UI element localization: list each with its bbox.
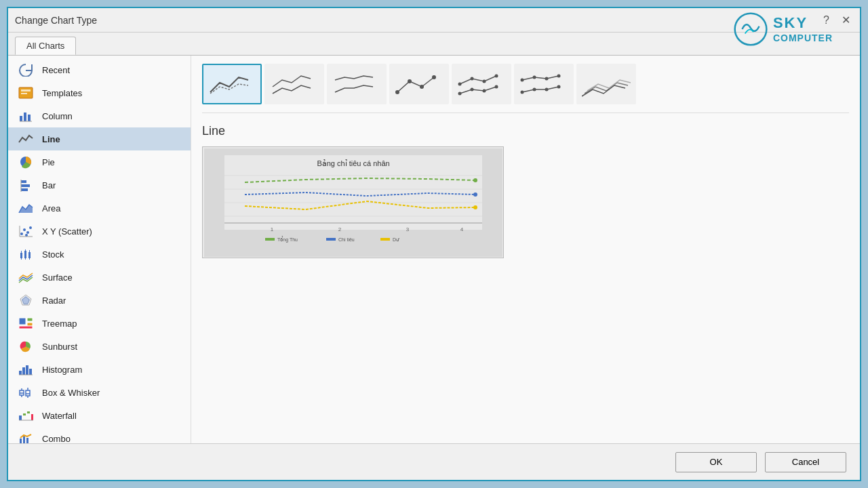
svg-rect-93 xyxy=(326,238,336,241)
sidebar-item-area[interactable]: Area xyxy=(8,197,191,220)
svg-rect-51 xyxy=(31,414,33,420)
svg-rect-31 xyxy=(27,318,33,321)
bar-icon xyxy=(18,178,34,192)
svg-point-71 xyxy=(557,85,561,89)
chart-thumb-100-stacked-line-markers[interactable] xyxy=(514,64,574,104)
sidebar-item-sunburst[interactable]: Sunburst xyxy=(8,335,191,358)
surface-icon xyxy=(18,270,34,284)
sunburst-icon xyxy=(18,340,34,353)
svg-point-59 xyxy=(432,75,436,79)
column-icon xyxy=(18,109,34,123)
svg-point-67 xyxy=(495,75,498,78)
svg-text:3: 3 xyxy=(406,226,409,232)
svg-point-18 xyxy=(25,234,28,237)
svg-point-63 xyxy=(495,85,498,89)
svg-point-70 xyxy=(545,88,549,92)
histogram-icon xyxy=(18,363,34,376)
svg-point-74 xyxy=(545,77,549,81)
svg-point-16 xyxy=(26,231,29,234)
svg-rect-30 xyxy=(19,318,26,325)
tab-all-charts[interactable]: All Charts xyxy=(15,37,76,55)
sidebar-item-waterfall[interactable]: Waterfall xyxy=(8,404,191,427)
sidebar-item-surface[interactable]: Surface xyxy=(8,266,191,289)
boxwhisker-icon xyxy=(18,386,34,399)
svg-point-73 xyxy=(533,76,536,79)
logo-sky: SKY xyxy=(773,14,833,32)
chart-thumb-100-stacked-line[interactable] xyxy=(327,64,387,104)
svg-point-65 xyxy=(471,77,474,81)
svg-point-88 xyxy=(473,178,477,182)
svg-rect-45 xyxy=(26,390,30,396)
chart-thumb-stacked-line-markers[interactable] xyxy=(452,64,511,104)
templates-icon xyxy=(18,86,34,100)
svg-point-89 xyxy=(473,192,477,197)
svg-point-58 xyxy=(420,85,424,89)
svg-rect-32 xyxy=(27,323,33,326)
svg-rect-53 xyxy=(20,439,22,443)
chart-thumb-3d-line[interactable] xyxy=(576,64,636,104)
combo-icon xyxy=(18,432,34,443)
svg-rect-38 xyxy=(29,369,32,375)
logo-area: SKY COMPUTER xyxy=(734,12,833,46)
svg-rect-91 xyxy=(265,238,275,241)
svg-rect-48 xyxy=(19,415,22,420)
sidebar-item-radar[interactable]: Radar xyxy=(8,289,191,312)
svg-text:4: 4 xyxy=(460,226,463,232)
title-bar: Change Chart Type SKY COMPUTER ? ✕ xyxy=(8,8,860,33)
cancel-button[interactable]: Cancel xyxy=(765,452,846,472)
svg-point-60 xyxy=(458,92,462,96)
scatter-icon xyxy=(18,224,34,238)
chart-thumb-stacked-line[interactable] xyxy=(264,64,324,104)
svg-rect-11 xyxy=(21,188,28,191)
sidebar-item-pie[interactable]: Pie xyxy=(8,150,191,174)
svg-point-68 xyxy=(521,91,524,94)
svg-point-62 xyxy=(483,89,486,93)
main-content: Line Bảng chỉ tiêu cá nhân xyxy=(191,56,860,443)
line-icon xyxy=(18,132,34,146)
svg-point-15 xyxy=(23,228,26,231)
stock-icon xyxy=(18,247,34,261)
recent-icon xyxy=(18,63,34,77)
sidebar-item-combo[interactable]: Combo xyxy=(8,427,191,443)
svg-point-14 xyxy=(20,232,23,235)
svg-rect-35 xyxy=(19,371,22,375)
treemap-icon xyxy=(18,317,34,330)
svg-point-69 xyxy=(533,88,536,92)
svg-rect-6 xyxy=(28,115,31,121)
sidebar-item-boxwhisker[interactable]: Box & Whisker xyxy=(8,381,191,404)
svg-rect-4 xyxy=(20,116,22,121)
waterfall-icon xyxy=(18,409,34,422)
sidebar: Recent Templates xyxy=(8,56,191,443)
chart-thumb-line[interactable] xyxy=(202,64,262,104)
sidebar-item-recent[interactable]: Recent xyxy=(8,58,191,81)
sidebar-item-histogram[interactable]: Histogram xyxy=(8,358,191,381)
chart-thumb-line-markers[interactable] xyxy=(389,64,449,104)
svg-rect-55 xyxy=(26,438,28,443)
svg-point-90 xyxy=(473,205,477,209)
sidebar-item-treemap[interactable]: Treemap xyxy=(8,312,191,335)
dialog-title: Change Chart Type xyxy=(15,15,97,26)
close-button[interactable]: ✕ xyxy=(839,12,853,28)
svg-rect-3 xyxy=(21,93,27,94)
svg-text:Bảng chỉ tiêu cá nhân: Bảng chỉ tiêu cá nhân xyxy=(317,159,389,167)
ok-button[interactable]: OK xyxy=(675,452,757,472)
sidebar-item-stock[interactable]: Stock xyxy=(8,243,191,266)
svg-rect-33 xyxy=(19,326,33,329)
sidebar-item-column[interactable]: Column xyxy=(8,104,191,127)
svg-text:Dư: Dư xyxy=(393,237,399,242)
preview-chart: Bảng chỉ tiêu cá nhân 1 2 3 4 xyxy=(204,148,502,257)
title-bar-left: Change Chart Type xyxy=(15,15,97,26)
svg-marker-29 xyxy=(22,296,30,304)
sidebar-item-scatter[interactable]: X Y (Scatter) xyxy=(8,220,191,243)
sky-logo-icon xyxy=(734,12,768,46)
svg-rect-49 xyxy=(23,413,26,415)
sidebar-item-bar[interactable]: Bar xyxy=(8,174,191,197)
svg-point-57 xyxy=(408,79,412,83)
svg-point-61 xyxy=(471,88,474,92)
svg-rect-9 xyxy=(21,180,26,183)
sidebar-item-line[interactable]: Line xyxy=(8,127,191,150)
svg-point-64 xyxy=(458,83,462,86)
svg-text:Chi tiêu: Chi tiêu xyxy=(338,237,355,242)
svg-rect-95 xyxy=(380,238,390,241)
sidebar-item-templates[interactable]: Templates xyxy=(8,81,191,104)
